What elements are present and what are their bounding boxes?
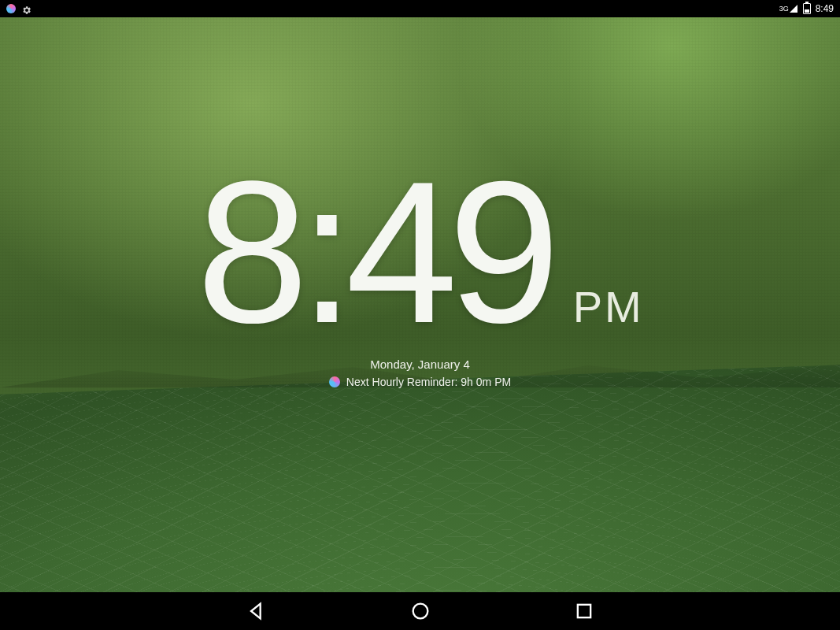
- status-time: 8:49: [816, 3, 834, 14]
- navigation-bar: [0, 592, 840, 630]
- cellular-signal-icon: 3G: [779, 4, 798, 13]
- wallpaper-leaf-layer: [0, 364, 840, 592]
- status-bar-right: 3G 8:49: [779, 3, 834, 14]
- reminder-app-icon: [329, 376, 340, 387]
- status-bar[interactable]: 3G 8:49: [0, 0, 840, 17]
- svg-point-0: [413, 604, 427, 619]
- reminder-row: Next Hourly Reminder: 9h 0m PM: [0, 376, 840, 388]
- recent-apps-button[interactable]: [573, 600, 595, 622]
- clock-main: 8:49 PM: [0, 151, 840, 353]
- gear-icon: [22, 4, 31, 13]
- back-button[interactable]: [246, 600, 268, 622]
- status-bar-left: [6, 4, 31, 13]
- clock-time: 8:49: [196, 151, 550, 353]
- clock-date: Monday, January 4: [0, 358, 840, 371]
- battery-icon: [803, 3, 811, 14]
- clock-ampm: PM: [573, 281, 644, 332]
- signal-label: 3G: [779, 5, 789, 13]
- reminder-text: Next Hourly Reminder: 9h 0m PM: [346, 376, 511, 388]
- clock-widget[interactable]: 8:49 PM Monday, January 4 Next Hourly Re…: [0, 151, 840, 388]
- app-notification-icon: [6, 4, 16, 13]
- svg-rect-1: [577, 605, 590, 617]
- wallpaper[interactable]: 8:49 PM Monday, January 4 Next Hourly Re…: [0, 17, 840, 592]
- home-button[interactable]: [409, 600, 431, 622]
